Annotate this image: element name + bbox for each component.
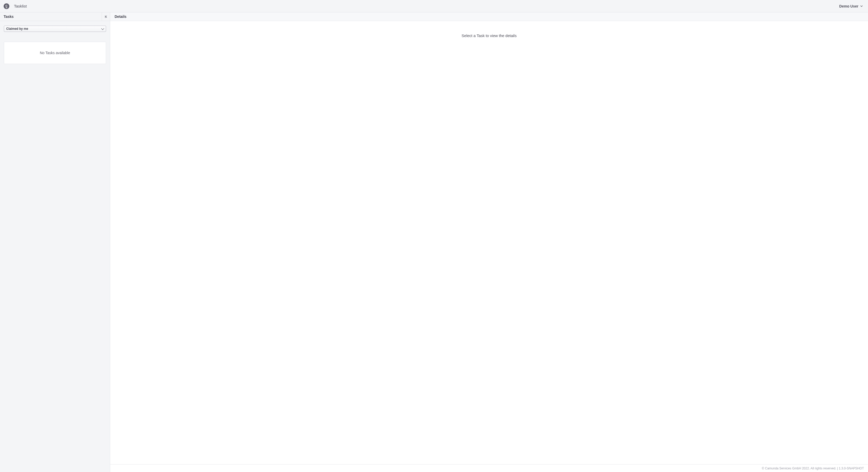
details-placeholder-text: Select a Task to view the details (462, 33, 517, 38)
app-logo-icon[interactable]: C (4, 3, 9, 9)
footer: © Camunda Services GmbH 2022. All rights… (110, 464, 868, 472)
tasks-sidebar: Tasks Claimed by me No Tasks available (0, 12, 110, 472)
user-name-label: Demo User (839, 4, 859, 8)
collapse-left-icon (104, 15, 107, 19)
chevron-down-icon (860, 5, 863, 7)
tasks-empty-card: No Tasks available (4, 42, 106, 64)
details-body: Select a Task to view the details (110, 21, 868, 464)
filter-select-wrap: Claimed by me (4, 26, 106, 32)
tasks-panel-header: Tasks (0, 12, 110, 21)
details-panel-title: Details (115, 14, 126, 19)
tasks-panel-title: Tasks (4, 14, 14, 19)
app-header: C Tasklist Demo User (0, 0, 868, 12)
sidebar-body: Claimed by me No Tasks available (0, 21, 110, 69)
body-row: Tasks Claimed by me No Tasks available (0, 12, 868, 472)
logo-letter: C (5, 4, 7, 7)
app-title: Tasklist (14, 4, 27, 8)
user-menu-button[interactable]: Demo User (839, 3, 863, 9)
details-panel-header: Details (110, 12, 868, 21)
header-left: C Tasklist (4, 3, 27, 9)
details-panel: Details Select a Task to view the detail… (110, 12, 868, 472)
task-filter-select[interactable]: Claimed by me (4, 26, 106, 32)
footer-text: © Camunda Services GmbH 2022. All rights… (762, 467, 864, 470)
collapse-sidebar-button[interactable] (102, 12, 110, 21)
tasks-empty-message: No Tasks available (40, 51, 70, 55)
